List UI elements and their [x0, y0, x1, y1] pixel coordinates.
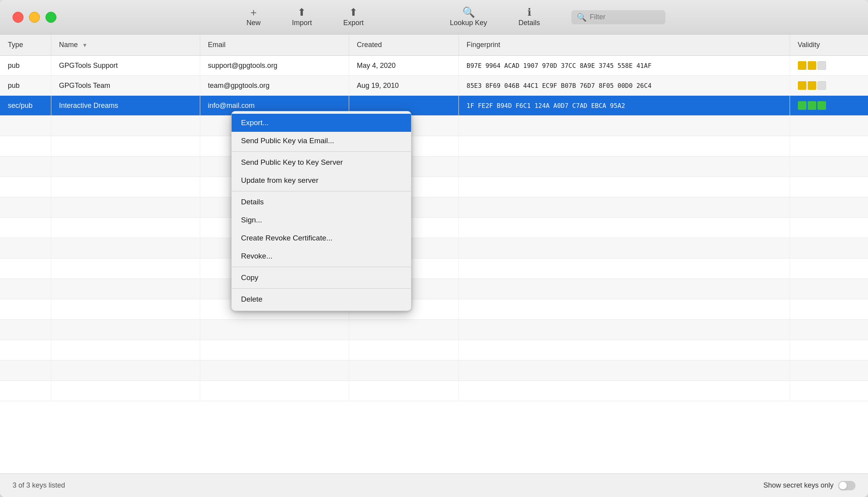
col-header-type[interactable]: Type — [0, 35, 51, 56]
table-row[interactable]: pub GPGTools Team team@gpgtools.org Aug … — [0, 76, 868, 96]
import-icon: ⬆ — [297, 7, 306, 17]
context-menu-item-delete[interactable]: Delete — [232, 290, 411, 308]
cell-fingerprint: 85E3 8F69 046B 44C1 EC9F B07B 76D7 8F05 … — [458, 76, 790, 96]
status-bar: 3 of 3 keys listed Show secret keys only — [0, 473, 868, 497]
context-menu-item-update_from_server[interactable]: Update from key server — [232, 171, 411, 189]
import-label: Import — [292, 19, 312, 27]
filter-input[interactable] — [590, 13, 652, 21]
cell-created: Aug 19, 2010 — [349, 76, 458, 96]
table-header-row: Type Name ▼ Email Created Fingerprint — [0, 35, 868, 56]
empty-row — [0, 218, 868, 238]
lookup-key-label: Lookup Key — [450, 19, 487, 27]
col-header-email[interactable]: Email — [200, 35, 349, 56]
export-toolbar-button[interactable]: ⬆ Export — [343, 7, 364, 27]
minimize-button[interactable] — [29, 12, 40, 23]
empty-row — [0, 157, 868, 177]
col-header-name[interactable]: Name ▼ — [51, 35, 200, 56]
context-menu-item-create_revoke[interactable]: Create Revoke Certificate... — [232, 229, 411, 247]
empty-row — [0, 197, 868, 218]
cell-validity — [790, 56, 868, 76]
col-header-validity[interactable]: Validity — [790, 35, 868, 56]
empty-row — [0, 360, 868, 381]
context-menu-item-revoke[interactable]: Revoke... — [232, 247, 411, 265]
empty-row — [0, 116, 868, 136]
export-icon: ⬆ — [349, 7, 358, 17]
maximize-button[interactable] — [45, 12, 56, 23]
empty-row — [0, 299, 868, 320]
col-header-created[interactable]: Created — [349, 35, 458, 56]
empty-row — [0, 238, 868, 259]
new-label: New — [246, 19, 261, 27]
context-menu-item-send_public_key_server[interactable]: Send Public Key to Key Server — [232, 153, 411, 171]
table-row[interactable]: sec/pub Interactive Dreams info@mail.com… — [0, 96, 868, 116]
cell-email: team@gpgtools.org — [200, 76, 349, 96]
empty-row — [0, 381, 868, 401]
empty-row — [0, 340, 868, 360]
show-secret-keys-control: Show secret keys only — [763, 481, 855, 490]
export-label: Export — [343, 19, 364, 27]
empty-row — [0, 136, 868, 157]
cell-fingerprint: B97E 9964 ACAD 1907 970D 37CC 8A9E 3745 … — [458, 56, 790, 76]
col-header-fingerprint[interactable]: Fingerprint — [458, 35, 790, 56]
lookup-icon: 🔍 — [462, 7, 475, 17]
main-window: ＋ New ⬆ Import ⬆ Export 🔍 Lookup Key ℹ D… — [0, 0, 868, 497]
info-icon: ℹ — [527, 7, 531, 17]
plus-icon: ＋ — [248, 7, 259, 17]
close-button[interactable] — [13, 12, 24, 23]
context-menu-separator — [232, 191, 411, 191]
empty-row — [0, 259, 868, 279]
cell-name: Interactive Dreams — [51, 96, 200, 116]
traffic-lights — [13, 12, 56, 23]
context-menu-item-sign[interactable]: Sign... — [232, 211, 411, 229]
context-menu-item-copy[interactable]: Copy — [232, 269, 411, 287]
table-container: Type Name ▼ Email Created Fingerprint — [0, 35, 868, 473]
keys-table: Type Name ▼ Email Created Fingerprint — [0, 35, 868, 401]
cell-validity — [790, 96, 868, 116]
cell-email: support@gpgtools.org — [200, 56, 349, 76]
table-row[interactable]: pub GPGTools Support support@gpgtools.or… — [0, 56, 868, 76]
titlebar: ＋ New ⬆ Import ⬆ Export 🔍 Lookup Key ℹ D… — [0, 0, 868, 35]
context-menu-separator — [232, 267, 411, 267]
sort-arrow-icon: ▼ — [82, 42, 88, 48]
context-menu-separator — [232, 151, 411, 152]
empty-row — [0, 320, 868, 340]
new-toolbar-button[interactable]: ＋ New — [246, 7, 261, 27]
details-label: Details — [518, 19, 540, 27]
show-secret-keys-toggle[interactable] — [838, 481, 855, 490]
cell-name: GPGTools Team — [51, 76, 200, 96]
filter-box[interactable]: 🔍 — [571, 10, 665, 24]
toolbar: ＋ New ⬆ Import ⬆ Export 🔍 Lookup Key ℹ D… — [56, 7, 855, 27]
empty-row — [0, 177, 868, 197]
cell-fingerprint: 1F FE2F B94D F6C1 124A A0D7 C7AD EBCA 95… — [458, 96, 790, 116]
context-menu-item-send_public_key_email[interactable]: Send Public Key via Email... — [232, 132, 411, 150]
details-toolbar-button[interactable]: ℹ Details — [518, 7, 540, 27]
cell-created: May 4, 2020 — [349, 56, 458, 76]
filter-search-icon: 🔍 — [577, 13, 587, 22]
context-menu: Export...Send Public Key via Email...Sen… — [231, 111, 411, 311]
cell-type: sec/pub — [0, 96, 51, 116]
cell-validity — [790, 76, 868, 96]
cell-name: GPGTools Support — [51, 56, 200, 76]
cell-type: pub — [0, 56, 51, 76]
show-secret-keys-label: Show secret keys only — [763, 481, 834, 490]
context-menu-separator — [232, 288, 411, 289]
cell-type: pub — [0, 76, 51, 96]
keys-listed-status: 3 of 3 keys listed — [13, 481, 65, 490]
lookup-key-toolbar-button[interactable]: 🔍 Lookup Key — [450, 7, 487, 27]
empty-row — [0, 279, 868, 299]
context-menu-item-export[interactable]: Export... — [232, 114, 411, 132]
import-toolbar-button[interactable]: ⬆ Import — [292, 7, 312, 27]
context-menu-item-details[interactable]: Details — [232, 193, 411, 211]
